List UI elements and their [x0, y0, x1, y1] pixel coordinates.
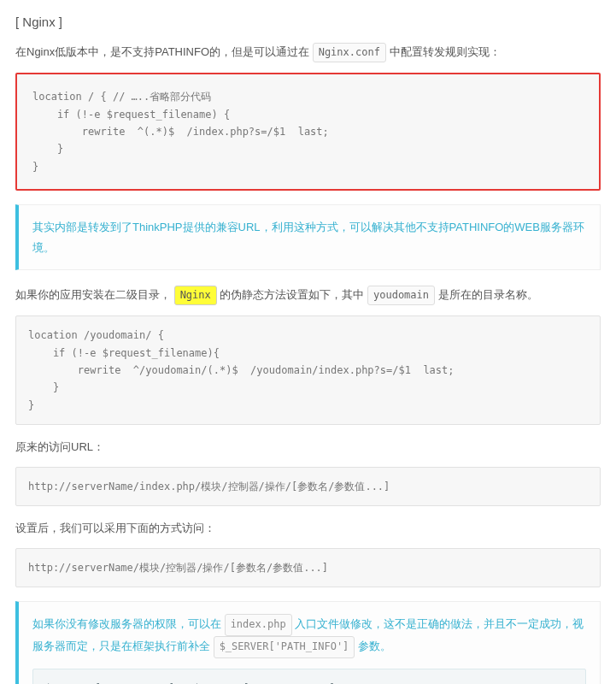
nginx-code: Nginx	[174, 286, 217, 305]
code-block-server-assign: $_SERVER['PATH_INFO'] = $_SERVER['REQUES…	[32, 669, 586, 684]
after-config-label: 设置后，我们可以采用下面的方式访问：	[15, 520, 601, 538]
callout-index-php: 如果你没有修改服务器的权限，可以在 index.php 入口文件做修改，这不是正…	[15, 601, 601, 684]
index-php-code: index.php	[225, 614, 292, 636]
code-block-location-root: location / { // …..省略部分代码 if (!-e $reque…	[15, 73, 601, 191]
subdir-mid: 的伪静态方法设置如下，其中	[220, 288, 367, 301]
intro-paragraph: 在Nginx低版本中，是不支持PATHINFO的，但是可以通过在 Nginx.c…	[15, 43, 601, 62]
callout-compat-url: 其实内部是转发到了ThinkPHP提供的兼容URL，利用这种方式，可以解决其他不…	[15, 204, 601, 270]
nginx-conf-code: Nginx.conf	[313, 43, 386, 62]
code-block-after-url: http://serverName/模块/控制器/操作/[参数名/参数值...]	[15, 548, 601, 587]
section-title: [ Nginx ]	[15, 12, 601, 32]
youdomain-code: youdomain	[367, 286, 435, 305]
intro-suffix: 中配置转发规则实现：	[390, 45, 501, 58]
code-block-original-url: http://serverName/index.php/模块/控制器/操作/[参…	[15, 467, 601, 506]
subdir-paragraph: 如果你的应用安装在二级目录， Nginx 的伪静态方法设置如下，其中 youdo…	[15, 286, 601, 305]
original-url-label: 原来的访问URL：	[15, 439, 601, 457]
callout2-t1: 如果你没有修改服务器的权限，可以在	[32, 618, 225, 631]
intro-prefix: 在Nginx低版本中，是不支持PATHINFO的，但是可以通过在	[15, 45, 313, 58]
server-pathinfo-code: $_SERVER['PATH_INFO']	[214, 636, 355, 658]
subdir-suffix: 是所在的目录名称。	[438, 288, 538, 301]
callout2-t3: 参数。	[358, 640, 391, 652]
code-block-location-subdir: location /youdomain/ { if (!-e $request_…	[15, 315, 601, 425]
subdir-prefix: 如果你的应用安装在二级目录，	[15, 288, 171, 301]
